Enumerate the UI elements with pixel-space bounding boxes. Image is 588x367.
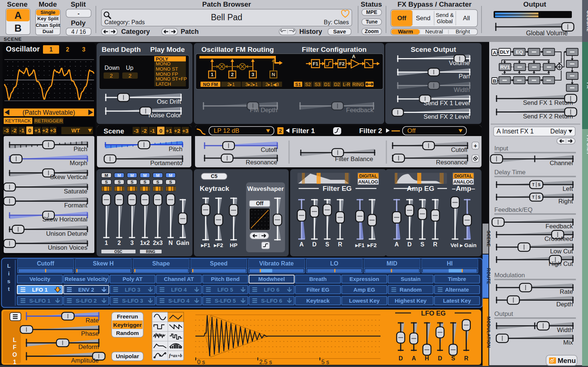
svg-text:2: 2	[279, 128, 282, 134]
svg-text:D: D	[312, 241, 317, 247]
svg-text:Skew H: Skew H	[93, 260, 114, 267]
svg-text:LFO 5: LFO 5	[217, 286, 233, 293]
svg-text:Tune: Tune	[366, 19, 378, 25]
svg-text:+3: +3	[50, 127, 56, 133]
svg-text:-3: -3	[134, 128, 138, 134]
svg-text:POLY: POLY	[156, 56, 169, 62]
svg-text:Width: Width	[454, 86, 470, 93]
svg-text:Filter 2: Filter 2	[359, 127, 382, 135]
svg-text:Latest Key: Latest Key	[443, 297, 471, 304]
svg-text:Mix: Mix	[563, 339, 573, 346]
svg-text:M: M	[118, 173, 121, 178]
svg-text:Pitch: Pitch	[169, 146, 183, 153]
svg-text:M: M	[105, 173, 108, 178]
svg-text:Send FX 1 Return: Send FX 1 Return	[523, 99, 573, 106]
svg-text:Sustain: Sustain	[401, 276, 421, 282]
svg-text:MODULATION: MODULATION	[486, 317, 491, 348]
svg-text:Single: Single	[40, 10, 55, 15]
svg-text:Feedback/EQ: Feedback/EQ	[494, 206, 533, 213]
svg-text:▸F1: ▸F1	[201, 242, 210, 248]
svg-text:LFO 3: LFO 3	[125, 286, 141, 293]
svg-text:S3: S3	[315, 82, 320, 87]
svg-text:Gain: Gain	[176, 240, 190, 246]
svg-text:Send FX 1 Level: Send FX 1 Level	[423, 100, 470, 107]
svg-text:Filter Configuration: Filter Configuration	[302, 46, 367, 53]
svg-text:Save: Save	[333, 28, 346, 35]
svg-text:Lowest Key: Lowest Key	[349, 297, 380, 304]
svg-text:Patch Browser: Patch Browser	[202, 0, 251, 8]
svg-text:ENV 2: ENV 2	[78, 286, 94, 293]
svg-text:-: -	[77, 10, 79, 17]
svg-text:Phase: Phase	[81, 330, 99, 337]
svg-text:M: M	[156, 173, 160, 178]
svg-text:Output: Output	[523, 0, 546, 8]
svg-text:3: 3	[130, 240, 134, 246]
svg-text:Shape: Shape	[152, 260, 170, 267]
svg-text:Chan Split: Chan Split	[36, 22, 60, 28]
svg-text:S: S	[421, 241, 425, 247]
svg-text:A: A	[493, 50, 497, 56]
svg-text:S: S	[538, 195, 541, 199]
svg-text:Oscillator FM Routing: Oscillator FM Routing	[201, 46, 274, 53]
svg-text:High Cut: High Cut	[549, 260, 573, 267]
svg-text:Delay Time: Delay Time	[494, 169, 526, 176]
svg-text:Scene: Scene	[7, 0, 28, 8]
svg-text:Filter EG: Filter EG	[306, 286, 329, 293]
svg-text:R: R	[338, 241, 342, 247]
svg-text:Random: Random	[116, 330, 139, 336]
svg-text:LFO 6: LFO 6	[264, 286, 279, 293]
svg-text:KEYTRACK: KEYTRACK	[5, 118, 31, 124]
svg-text:Portamento: Portamento	[150, 160, 183, 167]
svg-text:Depth: Depth	[556, 301, 573, 308]
svg-text:Off: Off	[256, 200, 264, 206]
svg-text:▸F2: ▸F2	[213, 242, 223, 248]
svg-text:LFO 4: LFO 4	[171, 286, 187, 293]
svg-text:Mode: Mode	[39, 0, 57, 8]
svg-text:RETRIGGER: RETRIGGER	[35, 118, 63, 124]
svg-text:Deform: Deform	[78, 343, 99, 350]
svg-text:M: M	[143, 173, 147, 178]
svg-text:WT: WT	[71, 127, 80, 133]
svg-text:Bright: Bright	[455, 28, 470, 35]
svg-text:B: B	[14, 23, 22, 34]
svg-text:+2: +2	[42, 127, 48, 133]
svg-text:L: L	[13, 337, 17, 343]
svg-text:Vel ▸ Gain: Vel ▸ Gain	[451, 242, 477, 248]
svg-text:Left: Left	[563, 185, 573, 192]
svg-text:Category: Category	[121, 28, 150, 35]
svg-text:Delay: Delay	[550, 128, 567, 135]
svg-text:2.5 s: 2.5 s	[259, 359, 272, 365]
svg-text:Speed: Speed	[210, 260, 228, 267]
svg-text:All: All	[463, 15, 470, 22]
svg-text:+2: +2	[174, 128, 180, 134]
svg-text:Random: Random	[400, 286, 422, 293]
svg-text:LFO 1: LFO 1	[32, 286, 48, 293]
svg-text:Resonance: Resonance	[436, 159, 468, 166]
svg-text:Amplitude: Amplitude	[71, 357, 99, 364]
svg-text:s: s	[7, 278, 10, 284]
svg-text:+1: +1	[34, 127, 40, 133]
svg-text:Keytrigger: Keytrigger	[113, 322, 142, 328]
svg-text:F1: F1	[313, 61, 318, 67]
svg-text:Modwheel: Modwheel	[258, 276, 285, 282]
svg-text:Patch: Patch	[181, 28, 199, 35]
svg-text:0: 0	[159, 128, 162, 134]
svg-text:Skew Horizontal: Skew Horizontal	[42, 216, 87, 223]
svg-text:Warm: Warm	[398, 28, 413, 35]
svg-text:2▸1: 2▸1	[227, 82, 235, 87]
svg-text:Pan: Pan	[459, 73, 470, 80]
svg-text:S: S	[169, 180, 172, 184]
svg-text:Play Mode: Play Mode	[150, 46, 185, 53]
svg-text:Key Split: Key Split	[37, 16, 59, 21]
svg-text:Osc Drift: Osc Drift	[157, 98, 181, 105]
svg-text:1x2: 1x2	[140, 240, 150, 246]
svg-text:Cutoff: Cutoff	[37, 260, 54, 267]
svg-text:DLY: DLY	[500, 49, 509, 55]
svg-text:C5: C5	[211, 173, 217, 179]
svg-text:2: 2	[129, 72, 131, 79]
svg-text:Highest Key: Highest Key	[395, 297, 427, 304]
svg-text:4 / 16: 4 / 16	[71, 29, 86, 35]
svg-text:Crossfeed: Crossfeed	[545, 235, 573, 242]
svg-text:Global Volume: Global Volume	[526, 29, 568, 37]
svg-text:ANALOG: ANALOG	[358, 179, 378, 185]
